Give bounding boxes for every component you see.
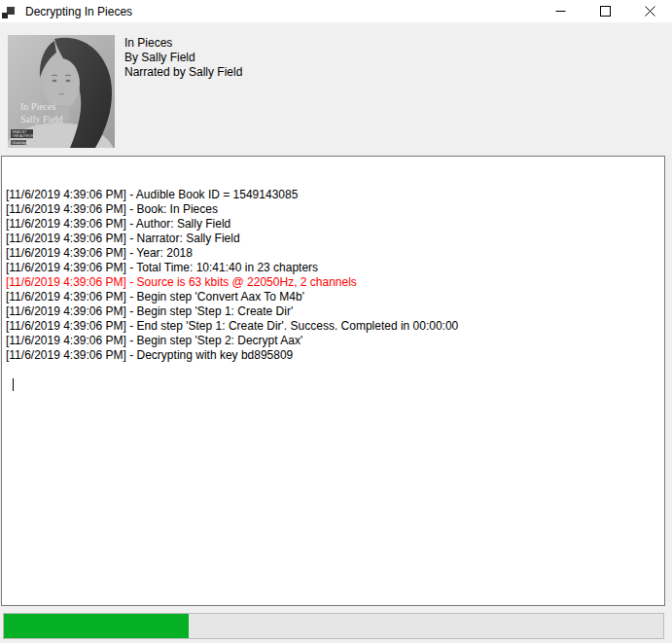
app-icon	[2, 4, 18, 19]
cover-art: In Pieces Sally Field READ BY THE AUTHOR…	[8, 35, 115, 148]
book-info: In Pieces By Sally Field Narrated by Sal…	[124, 36, 242, 80]
log-line: [11/6/2019 4:39:06 PM] - Total Time: 10:…	[6, 261, 660, 275]
minimize-icon	[555, 6, 566, 17]
minimize-button[interactable]	[538, 0, 583, 22]
log-line: [11/6/2019 4:39:06 PM] - Begin step 'Ste…	[6, 334, 660, 348]
maximize-button[interactable]	[583, 0, 627, 22]
log-line: [11/6/2019 4:39:06 PM] - Begin step 'Con…	[6, 290, 660, 304]
log-line: [11/6/2019 4:39:06 PM] - Audible Book ID…	[6, 188, 660, 202]
cover-title-text: In Pieces	[20, 101, 55, 112]
book-title: In Pieces	[124, 36, 242, 51]
log-line: [11/6/2019 4:39:06 PM] - Decrypting with…	[6, 348, 660, 363]
close-icon	[645, 6, 655, 17]
log-line: [11/6/2019 4:39:06 PM] - Book: In Pieces	[6, 202, 660, 217]
close-button[interactable]	[627, 0, 672, 22]
cover-badge-line3: Unabridged	[13, 141, 30, 145]
log-textbox[interactable]: [11/6/2019 4:39:06 PM] - Audible Book ID…	[1, 156, 665, 606]
cover-author-text: Sally Field	[20, 114, 63, 125]
log-line: [11/6/2019 4:39:06 PM] - End step 'Step …	[6, 319, 660, 334]
log-line: [11/6/2019 4:39:06 PM] - Narrator: Sally…	[6, 232, 660, 246]
book-author: By Sally Field	[124, 51, 242, 65]
book-cover-image: In Pieces Sally Field READ BY THE AUTHOR…	[8, 35, 115, 148]
log-line: [11/6/2019 4:39:06 PM] - Begin step 'Ste…	[6, 304, 660, 319]
decrypt-progressbar	[3, 613, 664, 639]
log-line: [11/6/2019 4:39:06 PM] - Source is 63 kb…	[6, 275, 660, 290]
window-title: Decrypting In Pieces	[25, 5, 132, 18]
maximize-icon	[600, 6, 611, 17]
cover-badge-line2: THE AUTHOR	[13, 134, 34, 138]
log-line: [11/6/2019 4:39:06 PM] - Year: 2018	[6, 246, 660, 261]
progressbar-fill	[4, 614, 189, 638]
text-caret	[13, 378, 15, 391]
titlebar: Decrypting In Pieces	[0, 0, 672, 22]
log-line: [11/6/2019 4:39:06 PM] - Author: Sally F…	[6, 217, 660, 232]
log-lines: [11/6/2019 4:39:06 PM] - Audible Book ID…	[6, 188, 660, 363]
book-narrator: Narrated by Sally Field	[124, 65, 242, 80]
